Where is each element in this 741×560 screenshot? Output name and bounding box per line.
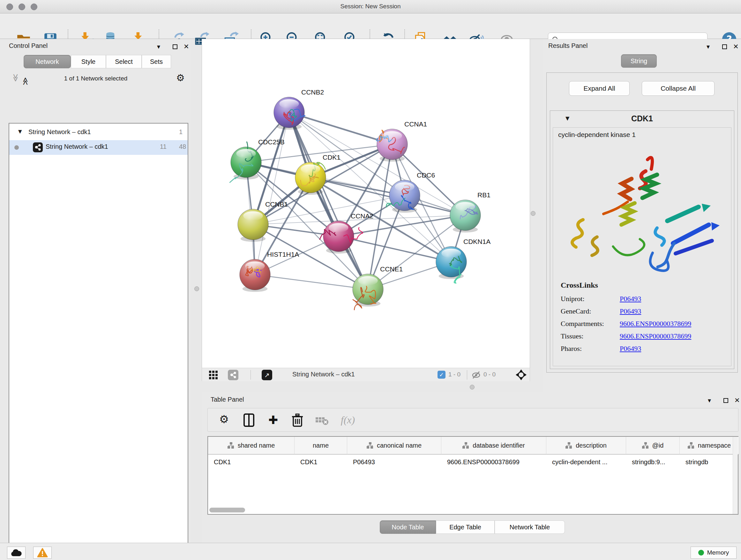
separator bbox=[467, 370, 467, 380]
tab-style[interactable]: Style bbox=[71, 55, 106, 68]
network-canvas[interactable]: CCNB2CCNA1CDC25BCDK1CDC6RB1CCNB1CCNA2CDK… bbox=[202, 39, 530, 368]
delete-column-icon[interactable] bbox=[290, 413, 305, 428]
org-chart-icon bbox=[227, 442, 234, 449]
node-label: CDC25B bbox=[258, 138, 285, 145]
expand-all-button[interactable]: Expand All bbox=[569, 81, 630, 96]
column-header-description[interactable]: description bbox=[546, 437, 626, 455]
cell-shared-name[interactable]: CDK1 bbox=[208, 455, 294, 469]
tab-select[interactable]: Select bbox=[106, 55, 142, 68]
delete-table-icon[interactable] bbox=[314, 413, 329, 428]
network-share-icon[interactable] bbox=[228, 370, 239, 380]
selected-checkbox-icon[interactable]: ✓ bbox=[437, 371, 446, 379]
tab-node-table[interactable]: Node Table bbox=[380, 520, 436, 534]
crosslink-link[interactable]: P06493 bbox=[620, 295, 641, 303]
cell-canonical-name[interactable]: P06493 bbox=[347, 455, 441, 469]
column-header-namespace[interactable]: namespace bbox=[680, 437, 739, 455]
table-vertical-scrollbar[interactable] bbox=[733, 437, 738, 514]
crosslink-link[interactable]: P06493 bbox=[620, 307, 641, 315]
cell-database-identifier[interactable]: 9606.ENSP00000378699 bbox=[441, 455, 546, 469]
control-panel-close-icon[interactable]: ✕ bbox=[184, 43, 189, 51]
node-label: CDK1 bbox=[323, 153, 340, 161]
cloud-button[interactable] bbox=[7, 547, 25, 559]
network-node-ccna2[interactable]: CCNA2 bbox=[320, 212, 374, 253]
column-header-canonical-name[interactable]: canonical name bbox=[347, 437, 441, 455]
table-panel-title: Table Panel bbox=[211, 396, 244, 403]
crosslink-link[interactable]: 9606.ENSP00000378699 bbox=[620, 320, 691, 328]
table-splitter-handle[interactable] bbox=[470, 385, 475, 389]
node-label: CCNB2 bbox=[301, 88, 324, 96]
table-panel-float-icon[interactable]: ▾ bbox=[708, 396, 711, 404]
results-panel-title: Results Panel bbox=[548, 42, 588, 50]
control-panel-maximize-icon[interactable] bbox=[173, 44, 178, 49]
collapse-all-icon[interactable]: ≫ bbox=[10, 74, 20, 85]
function-builder-icon[interactable]: f(x) bbox=[337, 413, 359, 428]
open-in-window-icon[interactable]: ↗ bbox=[262, 370, 272, 380]
network-node-hist1h1a[interactable]: HIST1H1A bbox=[240, 251, 299, 292]
table-panel-close-icon[interactable]: ✕ bbox=[734, 396, 740, 404]
collection-expand-icon[interactable]: ▼ bbox=[18, 129, 22, 134]
node-table[interactable]: shared namenamecanonical namedatabase id… bbox=[207, 436, 738, 515]
network-node-rb1[interactable]: RB1 bbox=[450, 191, 490, 233]
table-toolbar: ⚙ ✚ f(x) bbox=[207, 408, 738, 432]
results-panel-maximize-icon[interactable] bbox=[722, 44, 727, 49]
collapse-all-button[interactable]: Collapse All bbox=[642, 81, 715, 96]
network-node-cdk1[interactable]: CDK1 bbox=[295, 153, 340, 195]
control-panel-float-icon[interactable]: ▾ bbox=[157, 43, 160, 51]
show-columns-icon[interactable] bbox=[242, 413, 256, 428]
hidden-eye-icon[interactable] bbox=[472, 370, 481, 379]
column-header-shared-name[interactable]: shared name bbox=[208, 437, 294, 455]
tab-network[interactable]: Network bbox=[23, 55, 71, 68]
network-node-ccnb1[interactable]: CCNB1 bbox=[238, 200, 288, 242]
results-panel-content: Expand All Collapse All ▼ CDK1 cyclin-de… bbox=[546, 72, 738, 373]
cell-namespace[interactable]: stringdb bbox=[680, 455, 739, 469]
node-label: RB1 bbox=[477, 191, 490, 199]
memory-button[interactable]: Memory bbox=[690, 547, 737, 559]
main-toolbar: ? bbox=[0, 13, 741, 39]
protein-structure-image bbox=[562, 144, 722, 275]
tab-sets[interactable]: Sets bbox=[142, 55, 171, 68]
window-zoom-button[interactable] bbox=[30, 3, 37, 10]
network-collection-row[interactable]: ▼ String Network – cdk1 1 bbox=[9, 125, 188, 140]
network-node-cdkn1a[interactable]: CDKN1A bbox=[436, 238, 490, 283]
column-label: namespace bbox=[698, 442, 731, 449]
node-label: CDKN1A bbox=[463, 238, 490, 245]
right-splitter-handle[interactable] bbox=[531, 211, 536, 216]
grid-view-icon[interactable] bbox=[209, 371, 218, 379]
entry-description: cyclin-dependent kinase 1 bbox=[558, 131, 636, 138]
crosslink-link[interactable]: 9606.ENSP00000378699 bbox=[620, 332, 691, 340]
left-splitter-handle[interactable] bbox=[194, 287, 199, 291]
warning-icon bbox=[37, 548, 48, 557]
table-panel-maximize-icon[interactable] bbox=[724, 398, 728, 403]
window-minimize-button[interactable] bbox=[18, 3, 25, 10]
network-node-ccna1[interactable]: CCNA1 bbox=[377, 120, 427, 162]
warning-button[interactable] bbox=[33, 547, 52, 559]
column-header-database-identifier[interactable]: database identifier bbox=[441, 437, 546, 455]
tab-network-table[interactable]: Network Table bbox=[495, 520, 565, 534]
expand-all-icon[interactable]: ≫ bbox=[21, 74, 30, 85]
memory-status-dot bbox=[698, 550, 704, 556]
table-settings-gear-icon[interactable]: ⚙ bbox=[217, 413, 231, 428]
results-panel: Results Panel ▾ ✕ String Expand All Coll… bbox=[542, 39, 741, 392]
table-horizontal-scrollbar[interactable] bbox=[209, 508, 245, 512]
column-label: shared name bbox=[238, 442, 275, 449]
birds-eye-view-icon[interactable] bbox=[515, 369, 527, 381]
results-panel-float-icon[interactable]: ▾ bbox=[706, 43, 710, 51]
cell-description[interactable]: cyclin-dependent ... bbox=[546, 455, 626, 469]
window-close-button[interactable] bbox=[6, 3, 13, 10]
network-status-dot bbox=[14, 145, 19, 150]
cell--id[interactable]: stringdb:9... bbox=[626, 455, 680, 469]
tab-edge-table[interactable]: Edge Table bbox=[436, 520, 495, 534]
results-panel-close-icon[interactable]: ✕ bbox=[733, 43, 739, 51]
network-edge-count: 48 bbox=[179, 143, 186, 150]
column-header-name[interactable]: name bbox=[294, 437, 347, 455]
add-column-icon[interactable]: ✚ bbox=[266, 413, 280, 428]
column-header--id[interactable]: @id bbox=[626, 437, 680, 455]
network-row[interactable]: String Network – cdk1 11 48 bbox=[9, 140, 188, 155]
network-node-ccnb2[interactable]: CCNB2 bbox=[274, 88, 324, 130]
column-label: canonical name bbox=[377, 442, 421, 449]
network-options-gear-icon[interactable]: ⚙ bbox=[176, 72, 185, 83]
tab-string[interactable]: String bbox=[621, 54, 657, 68]
crosslink-link[interactable]: P06493 bbox=[620, 345, 641, 353]
network-node-cdc25b[interactable]: CDC25B bbox=[230, 138, 285, 183]
cell-name[interactable]: CDK1 bbox=[294, 455, 347, 469]
